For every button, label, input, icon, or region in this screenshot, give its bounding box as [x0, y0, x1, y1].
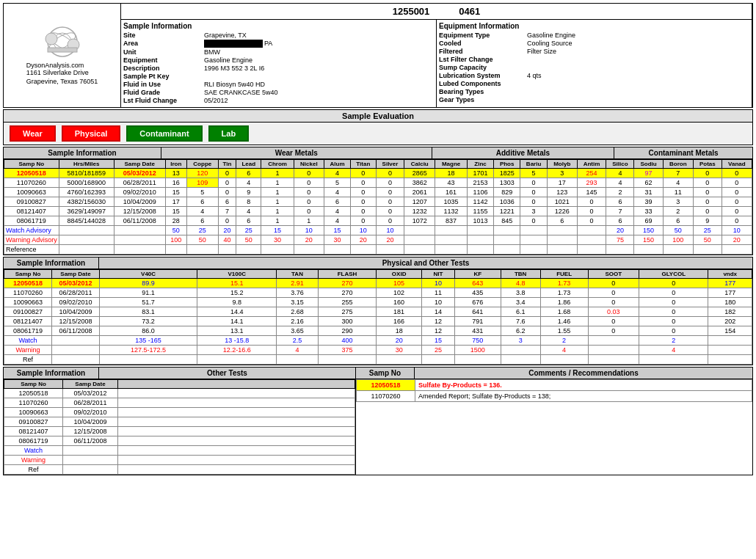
advisory-cell [494, 245, 520, 255]
comment-text: Amended Report; Sulfate By-Products = 13… [415, 391, 752, 402]
advisory-cell: 40 [218, 235, 236, 245]
table-cell: 5000/168900 [59, 178, 114, 188]
table-cell: 0 [520, 188, 548, 197]
advisory-empty [63, 456, 118, 465]
table-cell: 0 [577, 207, 606, 216]
lab-button[interactable]: Lab [208, 125, 250, 142]
table-cell: 5810/181859 [59, 169, 114, 178]
description-label: Description [123, 65, 204, 72]
sample-pt-key-label: Sample Pt Key [123, 73, 204, 80]
advisory-cell [261, 245, 294, 255]
table-cell: 13 [165, 169, 186, 178]
table-cell: 0 [218, 216, 236, 226]
table-cell: 0 [376, 169, 404, 178]
phys-cell: 300 [318, 317, 377, 326]
advisory-cell: 15 [324, 226, 350, 235]
phys-cell: 1.55 [540, 326, 588, 336]
col-potas: Potas [693, 160, 722, 169]
phys-cell: 643 [454, 279, 501, 288]
advisory-cell [218, 245, 236, 255]
table-cell: 2 [663, 207, 693, 216]
phys-cell: 6.2 [501, 326, 540, 336]
other-cell [118, 389, 355, 398]
col-magne: Magne [435, 160, 468, 169]
table-cell: 0 [722, 207, 752, 216]
phys-cell: 18 [377, 326, 422, 336]
phys-cell: 0 [639, 317, 708, 326]
physical-table: Samp No Samp Date V40C V100C TAN FLASH O… [4, 269, 752, 365]
comment-samp-no: 11070260 [357, 391, 415, 402]
col-hrs: Hrs/Miles [59, 160, 114, 169]
table-cell: 4 [324, 188, 350, 197]
table-cell: 12050518 [4, 169, 59, 178]
advisory-cell [467, 226, 493, 235]
table-cell: 1825 [494, 169, 520, 178]
table-cell: 4 [606, 169, 634, 178]
area-box [204, 40, 263, 48]
table-cell: 3629/149097 [59, 207, 114, 216]
phys-col-vndx: vndx [708, 270, 752, 279]
sample-id: 0461 [459, 6, 480, 17]
advisory-cell: 75 [606, 235, 634, 245]
table-cell: 0 [520, 216, 548, 226]
col-coppe: Coppe [186, 160, 218, 169]
phys-cell: 08121407 [4, 317, 52, 326]
table-cell: 1072 [404, 216, 435, 226]
phys-cell: 177 [708, 279, 752, 288]
phys-cell: 15.1 [197, 279, 277, 288]
phys-cell: 14.4 [197, 307, 277, 317]
table-cell: 7 [663, 169, 693, 178]
company-city: Grapevine, Texas 76051 [26, 78, 98, 85]
advisory-cell [435, 245, 468, 255]
phys-cell: 10 [421, 298, 454, 307]
advisory-cell: 400 [318, 336, 377, 346]
table-cell: 4 [324, 216, 350, 226]
unit-label: Unit [123, 48, 204, 56]
phys-cell: 3.8 [501, 288, 540, 298]
phys-cell: 08061719 [4, 326, 52, 336]
advisory-cell [114, 226, 165, 235]
table-cell: 0 [294, 178, 324, 188]
table-cell: 7 [218, 207, 236, 216]
col-date: Samp Date [114, 160, 165, 169]
advisory-cell: 750 [454, 336, 501, 346]
wear-button[interactable]: Wear [10, 125, 56, 142]
table-cell: 6 [547, 216, 577, 226]
advisory-cell: 30 [324, 235, 350, 245]
comments-panel: Samp No Comments / Recommendations 12050… [356, 368, 752, 475]
phys-cell: 0 [639, 326, 708, 336]
table-cell: 9 [693, 216, 722, 226]
advisory-cell [377, 355, 422, 365]
table-cell: 0 [693, 188, 722, 197]
wear-metals-header: Wear Metals [161, 147, 432, 158]
company-info: DysonAnalysis.com 1161 Silverlake Drive … [4, 4, 121, 107]
advisory-cell [467, 235, 493, 245]
advisory-cell [722, 245, 752, 255]
col-silico: Silico [606, 160, 634, 169]
other-col-samp: Samp No [4, 380, 63, 389]
advisory-cell: 50 [186, 235, 218, 245]
id-row: 1255001 0461 [121, 4, 752, 20]
advisory-cell [494, 226, 520, 235]
physical-button[interactable]: Physical [62, 125, 121, 142]
phys-cell: 102 [377, 288, 422, 298]
phys-cell: 0 [639, 279, 708, 288]
advisory-cell [547, 226, 577, 235]
phys-cell: 10/04/2009 [52, 307, 100, 317]
other-cell: 12050518 [4, 389, 63, 398]
lst-fluid-change-label: Lst Fluid Change [123, 97, 204, 104]
table-cell: 05/03/2012 [114, 169, 165, 178]
advisory-cell: 25 [236, 226, 261, 235]
advisory-cell [186, 245, 218, 255]
filtered-value: Filter Size [527, 48, 749, 55]
advisory-cell [606, 245, 634, 255]
table-cell: 2153 [467, 178, 493, 188]
col-alum: Alum [324, 160, 350, 169]
advisory-cell [454, 355, 501, 365]
advisory-empty [63, 446, 118, 456]
contaminant-button[interactable]: Contaminant [126, 125, 202, 142]
table-cell: 0 [520, 197, 548, 207]
lst-filter-value [527, 56, 749, 63]
table-cell: 6 [236, 216, 261, 226]
table-cell: 2 [606, 188, 634, 197]
